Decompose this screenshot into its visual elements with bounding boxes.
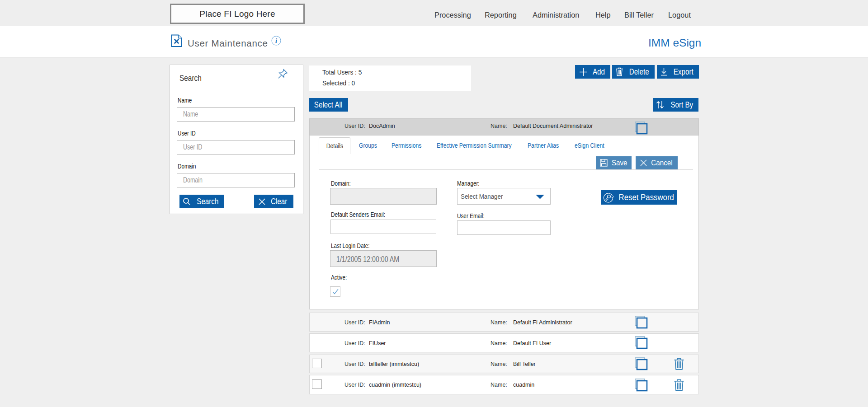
svg-text:i: i [275, 37, 277, 44]
